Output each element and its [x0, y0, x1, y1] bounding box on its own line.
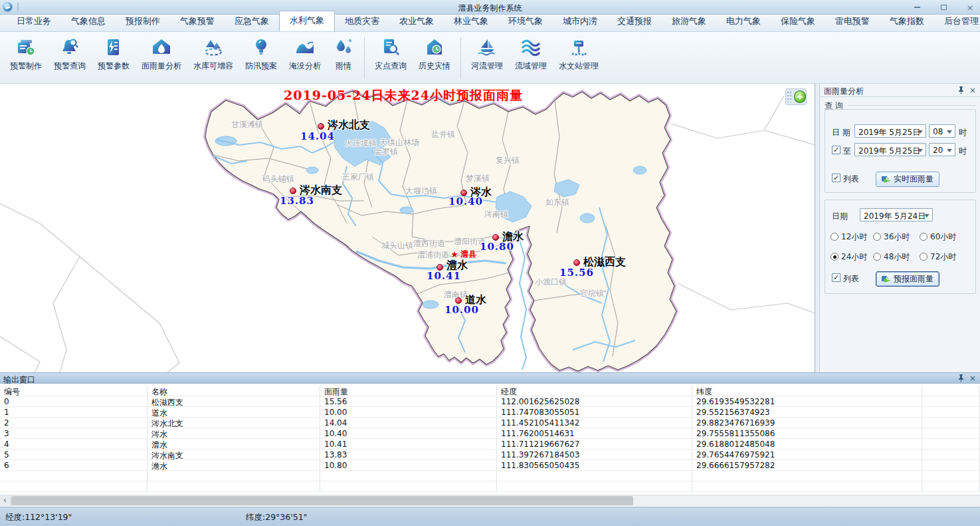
table-row[interactable]: 5涔水南支13.83111.39726718450329.76544769759… [0, 450, 980, 460]
menu-hydrology[interactable]: 水利气象 [279, 11, 335, 31]
radio-60h[interactable]: 60小时 [920, 231, 956, 243]
radio-12h[interactable]: 12小时 [831, 231, 867, 243]
table-row[interactable]: 0松滋西支15.56112.00162562502829.61935495322… [0, 396, 980, 407]
flood-plan-icon [250, 37, 272, 57]
end-date-select[interactable]: 2019年 5月25日 [854, 143, 926, 156]
town-label: 澧西街道 [413, 238, 445, 249]
tool-area-rainfall[interactable]: 面雨量分析 [136, 35, 187, 82]
menu-insurance[interactable]: 保险气象 [771, 12, 825, 31]
menu-agriculture[interactable]: 农业气象 [389, 12, 444, 31]
radio-48h[interactable]: 48小时 [873, 251, 910, 263]
map-button-icon [882, 176, 891, 184]
output-titlebar: 输出窗口 × [0, 372, 980, 384]
chevron-down-icon [947, 149, 952, 152]
county-star-icon: ★ [450, 249, 458, 259]
station-value: 15.56 [559, 267, 594, 279]
realtime-rainfall-button[interactable]: 实时面雨量 [876, 172, 939, 187]
tool-history-disaster[interactable]: 历史灾情 [413, 35, 456, 82]
menu-weather-warning[interactable]: 气象预警 [170, 12, 225, 31]
col-header-id[interactable]: 编号 [0, 386, 147, 396]
tool-alert-params[interactable]: 预警参数 [92, 35, 136, 82]
radio-72h[interactable]: 72小时 [920, 251, 956, 263]
menu-weather-info[interactable]: 气象信息 [61, 12, 116, 31]
start-date-select[interactable]: 2019年 5月25日 [854, 124, 926, 138]
drag-grip-icon [790, 92, 791, 102]
menu-lightning[interactable]: 雷电预警 [825, 12, 880, 31]
menu-forecast-make[interactable]: 预报制作 [116, 12, 170, 31]
toolbar-divider [460, 37, 461, 79]
maximize-button[interactable] [937, 2, 949, 13]
start-hour-select[interactable]: 08 [929, 124, 955, 138]
menu-emergency[interactable]: 应急气象 [225, 12, 279, 31]
forecast-rainfall-button[interactable]: 预报面雨量 [876, 271, 939, 287]
status-latitude: 纬度:29°36'51" [246, 512, 307, 523]
menu-traffic[interactable]: 交通预报 [607, 12, 662, 31]
area-rainfall-panel: 面雨量分析 × 查 询 日 期 2019年 5月25日 08 时 ✓ 至 [819, 84, 980, 372]
col-header-longitude[interactable]: 经度 [497, 386, 692, 396]
station-value: 10.80 [480, 241, 514, 253]
station-marker[interactable] [290, 188, 296, 194]
menu-power[interactable]: 电力气象 [716, 12, 771, 31]
forecast-date-select[interactable]: 2019年 5月24日 [860, 208, 933, 221]
list-label: 列表 [843, 273, 859, 285]
table-row[interactable]: 1道水10.00111.74708305505129.552156374923 [0, 407, 980, 418]
chevron-down-icon [924, 214, 930, 217]
tool-hydrostation-manage[interactable]: 水文站管理 [553, 35, 605, 82]
close-button[interactable]: × [964, 2, 976, 13]
pin-icon[interactable] [956, 86, 965, 95]
menu-geo-disaster[interactable]: 地质灾害 [335, 12, 389, 31]
map-tool-popout[interactable]: + [785, 88, 807, 105]
menu-urban-flood[interactable]: 城市内涝 [553, 12, 607, 31]
station-marker[interactable] [318, 123, 324, 130]
tool-rain-info[interactable]: 雨情 [327, 35, 360, 82]
tool-flood-plan[interactable]: 防汛预案 [239, 35, 283, 82]
radio-36h[interactable]: 36小时 [873, 231, 910, 243]
radio-24h[interactable]: 24小时 [831, 251, 867, 263]
minimize-button[interactable] [911, 2, 923, 13]
table-row[interactable]: 6澹水10.80111.83056505043529.6666157957282 [0, 460, 980, 471]
output-close-icon[interactable]: × [968, 374, 977, 383]
col-header-rainfall[interactable]: 面雨量 [320, 386, 497, 396]
tool-alert-query[interactable]: 预警查询 [48, 35, 92, 82]
table-row[interactable]: 4澧水10.41111.71121966762729.6188012485048 [0, 439, 980, 450]
forecast-date-label: 日期 [832, 211, 848, 222]
menu-tourism[interactable]: 旅游气象 [662, 12, 716, 31]
station-marker[interactable] [573, 259, 580, 266]
forecast-list-checkbox[interactable]: ✓ [832, 273, 840, 282]
station-value: 10.00 [444, 304, 479, 316]
table-row[interactable]: 3涔水10.40111.7620051463129.7555811355086 [0, 428, 980, 439]
tool-submerge[interactable]: 淹没分析 [283, 35, 327, 82]
tool-river-manage[interactable]: 河流管理 [465, 35, 509, 82]
menu-forestry[interactable]: 林业气象 [444, 12, 498, 31]
menu-environment[interactable]: 环境气象 [498, 12, 553, 31]
town-label: 金罗镇 [374, 146, 398, 158]
menu-weather-index[interactable]: 气象指数 [880, 12, 934, 31]
forecast-group-box: 日期 2019年 5月24日 12小时 36小时 60小时 24小时 48小时 … [825, 199, 976, 294]
tool-reservoir[interactable]: 水库可增容 [187, 35, 239, 82]
tool-alert-make[interactable]: 预警制作 [4, 35, 48, 82]
col-header-latitude[interactable]: 纬度 [692, 386, 922, 396]
list-checkbox[interactable]: ✓ [832, 174, 840, 182]
map-canvas[interactable]: 2019-05-24日未来24小时预报面雨量 甘溪滩镇 火连坡镇 天供山林场 金… [0, 84, 815, 372]
table-row[interactable]: 2涔水北支14.04111.45210541134229.88234767169… [0, 418, 980, 428]
pin-icon[interactable] [956, 374, 965, 383]
zoom-in-icon[interactable]: + [794, 90, 806, 103]
panel-close-icon[interactable]: × [968, 86, 977, 95]
tool-disaster-point[interactable]: 灾点查询 [369, 35, 413, 82]
station-marker[interactable] [455, 297, 462, 304]
group-divider [848, 105, 976, 106]
end-date-checkbox[interactable]: ✓ [832, 146, 840, 154]
station-marker[interactable] [492, 234, 499, 241]
menu-daily[interactable]: 日常业务 [7, 12, 61, 31]
submerge-icon [294, 37, 316, 57]
menu-backend[interactable]: 后台管理 [934, 12, 980, 31]
end-hour-select[interactable]: 20 [929, 143, 955, 156]
horizontal-scrollbar[interactable]: ‹ [0, 495, 980, 506]
town-label: 盐井镇 [431, 129, 455, 140]
tool-basin-manage[interactable]: 流域管理 [509, 35, 553, 82]
scroll-left-button[interactable]: ‹ [0, 495, 11, 506]
alert-search-icon [59, 37, 80, 57]
hour-suffix: 时 [959, 146, 967, 157]
col-header-name[interactable]: 名称 [147, 386, 320, 396]
scrollbar-thumb[interactable] [11, 496, 633, 505]
